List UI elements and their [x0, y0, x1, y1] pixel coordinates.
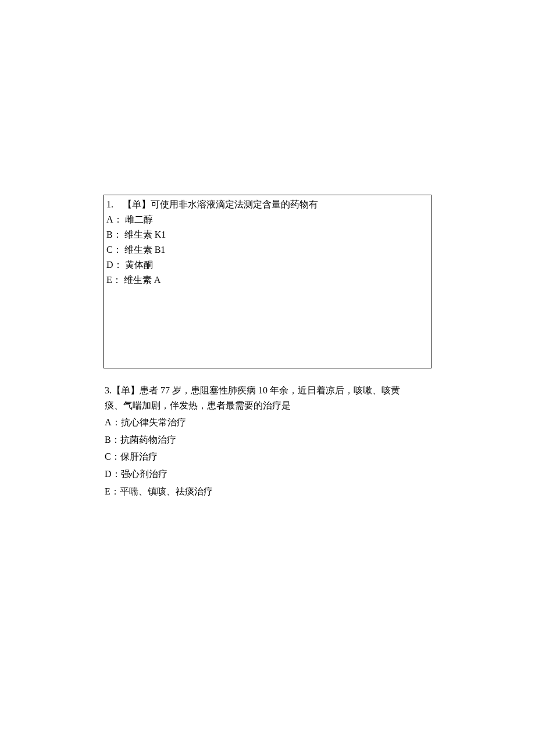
question-3-option-b: B：抗菌药物治疗: [105, 432, 431, 447]
question-1-option-b: B： 维生素 K1: [106, 228, 427, 242]
question-1-stem: 1. 【单】可使用非水溶液滴定法测定含量的药物有: [106, 198, 427, 212]
question-1-box: 1. 【单】可使用非水溶液滴定法测定含量的药物有 A： 雌二醇 B： 维生素 K…: [104, 195, 431, 368]
question-3-stem: 3.【单】患者 77 岁，患阻塞性肺疾病 10 年余，近日着凉后，咳嗽、咳黄 痰…: [105, 383, 431, 413]
question-1-option-e: E： 维生素 A: [106, 273, 427, 287]
question-3: 3.【单】患者 77 岁，患阻塞性肺疾病 10 年余，近日着凉后，咳嗽、咳黄 痰…: [104, 383, 431, 499]
question-1-option-a: A： 雌二醇: [106, 213, 427, 227]
question-3-option-c: C：保肝治疗: [105, 449, 431, 464]
question-1-text: 可使用非水溶液滴定法测定含量的药物有: [151, 199, 318, 209]
question-3-option-d: D：强心剂治疗: [105, 467, 431, 482]
document-content: 1. 【单】可使用非水溶液滴定法测定含量的药物有 A： 雌二醇 B： 维生素 K…: [0, 0, 535, 499]
question-3-option-a: A：抗心律失常治疗: [105, 415, 431, 430]
question-3-stem-line1: 3.【单】患者 77 岁，患阻塞性肺疾病 10 年余，近日着凉后，咳嗽、咳黄: [105, 383, 431, 398]
question-1-option-c: C： 维生素 B1: [106, 243, 427, 257]
question-1-type: 【单】: [123, 199, 151, 209]
question-1-options: A： 雌二醇 B： 维生素 K1 C： 维生素 B1 D： 黄体酮 E： 维生素…: [106, 213, 427, 287]
question-1-number: 1.: [106, 199, 113, 209]
question-3-option-e: E：平喘、镇咳、祛痰治疗: [105, 484, 431, 499]
question-3-options: A：抗心律失常治疗 B：抗菌药物治疗 C：保肝治疗 D：强心剂治疗 E：平喘、镇…: [105, 415, 431, 499]
question-1-option-d: D： 黄体酮: [106, 258, 427, 272]
question-3-stem-line2: 痰、气喘加剧，伴发热，患者最需要的治疗是: [105, 398, 431, 413]
